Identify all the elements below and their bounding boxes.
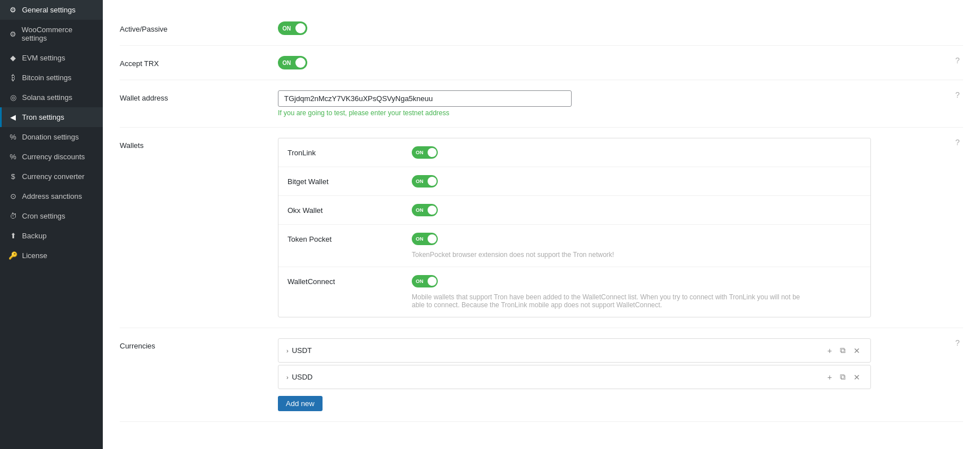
wallet-name-3: Token Pocket: [288, 233, 412, 243]
currency-converter-icon: $: [8, 172, 18, 181]
accept-trx-control: ON: [278, 56, 963, 69]
sidebar-item-general-settings[interactable]: ⚙General settings: [0, 0, 103, 20]
sidebar-item-solana-settings[interactable]: ◎Solana settings: [0, 88, 103, 107]
bitcoin-settings-icon: ₿: [8, 73, 18, 82]
sidebar-item-bitcoin-settings[interactable]: ₿Bitcoin settings: [0, 68, 103, 88]
wallet-note-3: TokenPocket browser extension does not s…: [412, 251, 614, 259]
sidebar-item-license[interactable]: 🔑License: [0, 246, 103, 265]
sidebar-label-solana-settings: Solana settings: [22, 93, 72, 102]
wallets-help-icon[interactable]: ?: [955, 138, 960, 147]
accept-trx-toggle-label: ON: [282, 60, 291, 66]
sidebar-label-license: License: [22, 251, 47, 260]
wallet-toggle-0[interactable]: ON: [412, 146, 438, 159]
wallet-control-1: ON: [412, 175, 438, 188]
wallet-control-0: ON: [412, 146, 438, 159]
active-passive-control: ON: [278, 21, 963, 35]
wallet-address-row: Wallet address If you are going to test,…: [120, 80, 963, 128]
wallets-control: TronLink ON Bitget Wallet ON Okx Wallet …: [278, 138, 963, 317]
sidebar-label-currency-discounts: Currency discounts: [22, 152, 85, 161]
wallet-toggle-label-1: ON: [416, 178, 424, 184]
wallet-toggle-2[interactable]: ON: [412, 204, 438, 216]
sidebar-item-currency-discounts[interactable]: %Currency discounts: [0, 147, 103, 167]
wallet-row-3: Token Pocket ON TokenPocket browser exte…: [278, 225, 870, 267]
backup-icon: ⬆: [8, 232, 18, 240]
wallet-toggle-3[interactable]: ON: [412, 233, 438, 245]
sidebar-label-tron-settings: Tron settings: [22, 113, 64, 121]
sidebar-item-currency-converter[interactable]: $Currency converter: [0, 167, 103, 186]
add-new-button[interactable]: Add new: [278, 396, 323, 411]
wallet-toggle-knob-0: [428, 148, 437, 157]
woocommerce-settings-icon: ⚙: [8, 30, 17, 38]
license-icon: 🔑: [8, 251, 18, 260]
currency-delete-btn-1[interactable]: ✕: [851, 372, 863, 383]
sidebar-item-tron-settings[interactable]: ◀Tron settings: [0, 107, 103, 127]
currency-discounts-icon: %: [8, 152, 18, 161]
sidebar-label-backup: Backup: [22, 232, 46, 240]
general-settings-icon: ⚙: [8, 6, 18, 14]
accept-trx-toggle-knob: [295, 58, 306, 68]
sidebar: ⚙General settings⚙WooCommerce settings◆E…: [0, 0, 103, 449]
sidebar-label-address-sanctions: Address sanctions: [22, 192, 82, 200]
accept-trx-label: Accept TRX: [120, 56, 278, 68]
sidebar-item-cron-settings[interactable]: ⏱Cron settings: [0, 206, 103, 226]
currencies-help-icon[interactable]: ?: [955, 338, 960, 347]
sidebar-label-currency-converter: Currency converter: [22, 172, 85, 181]
address-sanctions-icon: ⊙: [8, 192, 18, 200]
wallet-address-label: Wallet address: [120, 90, 278, 102]
currencies-box: › USDT + ⧉ ✕ › USDD + ⧉ ✕: [278, 338, 871, 389]
currency-actions-0: + ⧉ ✕: [825, 345, 863, 356]
sidebar-item-address-sanctions[interactable]: ⊙Address sanctions: [0, 186, 103, 206]
sidebar-item-backup[interactable]: ⬆Backup: [0, 226, 103, 246]
currency-name-1: USDD: [292, 373, 313, 381]
sidebar-item-evm-settings[interactable]: ◆EVM settings: [0, 48, 103, 68]
wallet-row-1: Bitget Wallet ON: [278, 167, 870, 196]
sidebar-label-general-settings: General settings: [22, 6, 76, 14]
currency-name-0: USDT: [292, 346, 312, 355]
active-passive-toggle[interactable]: ON: [278, 21, 307, 35]
sidebar-label-cron-settings: Cron settings: [22, 212, 66, 220]
sidebar-label-evm-settings: EVM settings: [22, 54, 66, 62]
wallet-address-input[interactable]: [278, 90, 572, 107]
sidebar-label-bitcoin-settings: Bitcoin settings: [22, 73, 71, 82]
accept-trx-toggle[interactable]: ON: [278, 56, 307, 69]
currency-left-0: › USDT: [286, 346, 312, 355]
currencies-control: › USDT + ⧉ ✕ › USDD + ⧉ ✕ Add new: [278, 338, 963, 411]
main-content: Active/Passive ON Accept TRX ON ? Wallet…: [103, 0, 980, 449]
solana-settings-icon: ◎: [8, 93, 18, 102]
sidebar-label-woocommerce-settings: WooCommerce settings: [21, 25, 96, 42]
currency-row-0: › USDT + ⧉ ✕: [278, 338, 871, 363]
currency-delete-btn-0[interactable]: ✕: [851, 345, 863, 356]
active-passive-toggle-knob: [295, 23, 306, 33]
sidebar-label-donation-settings: Donation settings: [22, 133, 79, 141]
currency-actions-1: + ⧉ ✕: [825, 371, 863, 383]
wallet-address-control: If you are going to test, please enter y…: [278, 90, 963, 117]
currency-row-1: › USDD + ⧉ ✕: [278, 365, 871, 389]
wallet-row-2: Okx Wallet ON: [278, 196, 870, 225]
wallet-toggle-knob-4: [428, 277, 437, 286]
currency-add-btn-0[interactable]: +: [825, 345, 834, 356]
accept-trx-help-icon[interactable]: ?: [955, 56, 960, 65]
currency-left-1: › USDD: [286, 373, 313, 381]
wallet-toggle-label-2: ON: [416, 207, 424, 213]
wallet-toggle-label-4: ON: [416, 278, 424, 284]
evm-settings-icon: ◆: [8, 54, 18, 62]
active-passive-toggle-label: ON: [282, 25, 291, 32]
wallet-name-2: Okx Wallet: [288, 204, 412, 215]
wallet-address-help-icon[interactable]: ?: [955, 90, 960, 99]
sidebar-item-donation-settings[interactable]: %Donation settings: [0, 127, 103, 147]
wallet-toggle-1[interactable]: ON: [412, 175, 438, 188]
wallet-toggle-4[interactable]: ON: [412, 275, 438, 287]
currency-copy-btn-1[interactable]: ⧉: [838, 371, 848, 383]
active-passive-label: Active/Passive: [120, 21, 278, 33]
wallet-toggle-label-0: ON: [416, 150, 424, 155]
accept-trx-row: Accept TRX ON ?: [120, 46, 963, 80]
sidebar-item-woocommerce-settings[interactable]: ⚙WooCommerce settings: [0, 20, 103, 48]
wallet-row-0: TronLink ON: [278, 138, 870, 167]
currencies-row: Currencies › USDT + ⧉ ✕ › USDD + ⧉ ✕ Add…: [120, 328, 963, 422]
currency-copy-btn-0[interactable]: ⧉: [838, 345, 848, 356]
wallet-toggle-knob-3: [428, 234, 437, 243]
wallets-label: Wallets: [120, 138, 278, 150]
wallet-note-4: Mobile wallets that support Tron have be…: [412, 293, 807, 309]
wallet-name-1: Bitget Wallet: [288, 175, 412, 186]
currency-add-btn-1[interactable]: +: [825, 372, 834, 383]
